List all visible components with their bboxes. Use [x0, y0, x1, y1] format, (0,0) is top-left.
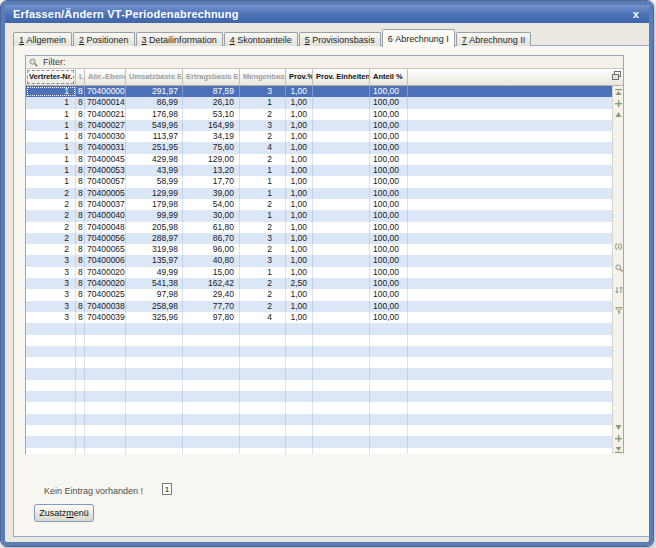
cell-l: 8 [76, 86, 85, 97]
table-row-empty[interactable] [26, 335, 612, 346]
filter-icon[interactable] [614, 306, 623, 315]
column-header-vertreter-nr[interactable]: Vertreter-Nr. [26, 69, 76, 85]
table-row-empty[interactable] [26, 391, 612, 402]
filter-bar[interactable]: Filter: [26, 56, 623, 69]
table-row-empty[interactable] [26, 436, 612, 447]
cell-abr-ebene: 70400031 [85, 142, 126, 153]
column-header-prov-einheiten[interactable]: Prov. Einheiten [313, 69, 370, 85]
page-up-icon[interactable] [614, 110, 623, 119]
cell-umsatzbasis-eur [126, 368, 183, 379]
column-chooser-button[interactable] [609, 69, 623, 85]
table-row[interactable]: 2870400005129,9939,0011,00100,00 [26, 188, 612, 199]
cell-prov-einheiten [313, 301, 370, 312]
cell-umsatzbasis-eur [126, 414, 183, 425]
scroll-to-top-icon[interactable] [614, 88, 623, 97]
column-header-umsatzbasis-eur[interactable]: Umsatzbasis EUR [126, 69, 183, 85]
table-row-empty[interactable] [26, 368, 612, 379]
cell-l: 8 [76, 97, 85, 108]
step-down-icon[interactable] [614, 434, 623, 443]
page-down-icon[interactable] [614, 423, 623, 432]
cell-prov-einheiten [313, 312, 370, 323]
tab-detailinformation[interactable]: 3 Detailinformation [136, 32, 223, 46]
table-row[interactable]: 2870400065319,9896,0021,00100,00 [26, 244, 612, 255]
cell-umsatzbasis-eur: 97,98 [126, 289, 183, 300]
cell-l [76, 414, 85, 425]
cell-l: 8 [76, 233, 85, 244]
tab-provisionsbasis[interactable]: 5 Provisionsbasis [299, 32, 381, 46]
cell-mengenbasis: 3 [240, 255, 286, 266]
cell-prov [286, 414, 313, 425]
zusatzmenu-button[interactable]: Zusatzmenü [34, 504, 94, 522]
table-row-empty[interactable] [26, 448, 612, 455]
close-icon[interactable]: x [631, 8, 641, 20]
cell-mengenbasis [240, 323, 286, 334]
column-header-anteil[interactable]: Anteil % [370, 69, 408, 85]
cell-prov [286, 436, 313, 447]
cell-l [76, 448, 85, 455]
cell-prov: 1,00 [286, 210, 313, 221]
table-row-empty[interactable] [26, 380, 612, 391]
table-row[interactable]: 3870400006135,9740,8031,00100,00 [26, 255, 612, 266]
search-icon[interactable] [614, 263, 623, 272]
table-row[interactable]: 2870400037179,9854,0021,00100,00 [26, 199, 612, 210]
table-row[interactable]: 3870400020541,38162,4222,50100,00 [26, 278, 612, 289]
table-row[interactable]: 1870400031251,9575,6041,00100,00 [26, 142, 612, 153]
table-row-empty[interactable] [26, 357, 612, 368]
cell-abr-ebene: 70400039 [85, 312, 126, 323]
table-row[interactable]: 3870400039325,9697,8041,00100,00 [26, 312, 612, 323]
grid-scrollbar[interactable] [612, 86, 623, 454]
cell-l: 8 [76, 244, 85, 255]
cell-prov: 1,00 [286, 176, 313, 187]
cell-prov: 1,00 [286, 120, 313, 131]
table-row[interactable]: 2870400056288,9786,7031,00100,00 [26, 233, 612, 244]
tab-abrechnung-ii[interactable]: 7 Abrechnung II [456, 32, 532, 46]
table-row[interactable]: 3870400038258,9877,7021,00100,00 [26, 301, 612, 312]
cell-filler [408, 414, 612, 425]
table-row[interactable]: 2870400048205,9861,8021,00100,00 [26, 222, 612, 233]
table-row[interactable]: 1870400021176,9853,1021,00100,00 [26, 109, 612, 120]
table-row[interactable]: 1870400000291,9787,5931,00100,00 [26, 86, 612, 97]
column-header-l[interactable]: L [76, 69, 85, 85]
cell-filler [408, 323, 612, 334]
cell-filler [408, 357, 612, 368]
cell-umsatzbasis-eur: 176,98 [126, 109, 183, 120]
title-bar[interactable]: Erfassen/Ändern VT-Periodenabrechnung x [5, 5, 649, 23]
table-row-empty[interactable] [26, 402, 612, 413]
table-row-empty[interactable] [26, 346, 612, 357]
table-row[interactable]: 1870400045429,98129,0021,00100,00 [26, 154, 612, 165]
cell-abr-ebene: 70400053 [85, 165, 126, 176]
cell-abr-ebene [85, 357, 126, 368]
table-row[interactable]: 187040005758,9917,7011,00100,00 [26, 176, 612, 187]
tab-allgemein[interactable]: 1 Allgemein [13, 32, 72, 46]
column-header-mengenbasis[interactable]: Mengenbasis [240, 69, 286, 85]
tab-positionen[interactable]: 2 Positionen [73, 32, 135, 46]
table-row[interactable]: 1870400027549,96164,9931,00100,00 [26, 120, 612, 131]
cell-vertreter-nr: 1 [26, 154, 76, 165]
cell-l [76, 357, 85, 368]
cell-prov: 1,00 [286, 86, 313, 97]
step-up-icon[interactable] [614, 99, 623, 108]
sort-icon[interactable] [614, 285, 623, 294]
table-row[interactable]: 187040001486,9926,1011,00100,00 [26, 97, 612, 108]
column-header-prov[interactable]: Prov.% [286, 69, 313, 85]
cell-filler [408, 222, 612, 233]
table-row[interactable]: 287040004099,9930,0011,00100,00 [26, 210, 612, 221]
table-row-empty[interactable] [26, 323, 612, 334]
table-row[interactable]: 387040002049,9915,0011,00100,00 [26, 267, 612, 278]
tab-abrechnung-i[interactable]: 6 Abrechnung I [382, 29, 455, 47]
table-row-empty[interactable] [26, 425, 612, 436]
cell-vertreter-nr [26, 346, 76, 357]
table-row[interactable]: 387040002597,9829,4021,00100,00 [26, 289, 612, 300]
table-row[interactable]: 1870400030113,9734,1921,00100,00 [26, 131, 612, 142]
cell-l: 8 [76, 199, 85, 210]
table-row[interactable]: 187040005343,9913,2011,00100,00 [26, 165, 612, 176]
column-header-abr-ebene[interactable]: Abr.-Ebene [85, 69, 126, 85]
cell-anteil: 100,00 [370, 131, 408, 142]
cell-ertragsbasis-eur: 13,20 [183, 165, 240, 176]
column-resize-icon[interactable] [614, 242, 623, 251]
tab-skontoanteile[interactable]: 4 Skontoanteile [224, 32, 298, 46]
scroll-to-bottom-icon[interactable] [614, 445, 623, 454]
cell-ertragsbasis-eur: 86,70 [183, 233, 240, 244]
column-header-ertragsbasis-eur[interactable]: Ertragsbasis EUR [183, 69, 240, 85]
table-row-empty[interactable] [26, 414, 612, 425]
